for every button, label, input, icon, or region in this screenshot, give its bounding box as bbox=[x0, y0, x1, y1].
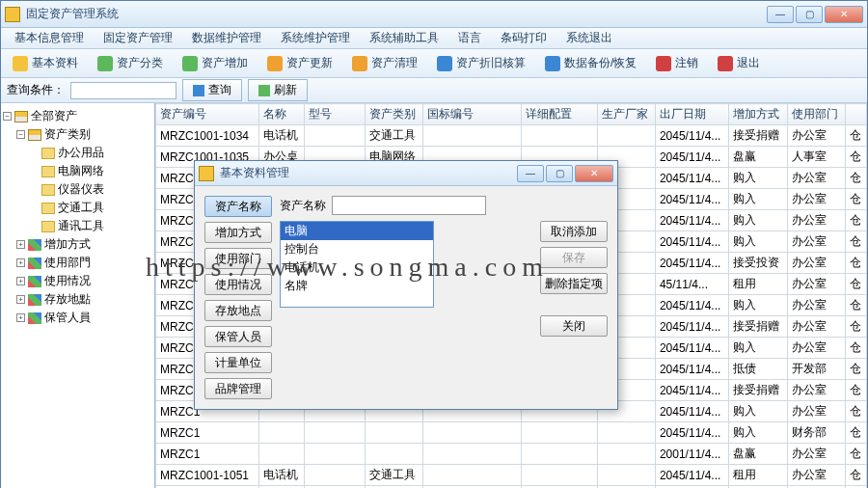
maximize-button[interactable]: ▢ bbox=[796, 6, 823, 23]
dialog-icon bbox=[199, 166, 214, 181]
delete-selected-button[interactable]: 删除指定项 bbox=[540, 273, 608, 294]
menu-item[interactable]: 系统维护管理 bbox=[271, 27, 360, 49]
toolbar-button[interactable]: 资产分类 bbox=[90, 52, 171, 74]
tree-icon bbox=[28, 239, 41, 251]
category-button[interactable]: 品牌管理 bbox=[204, 378, 272, 399]
dialog-maximize-button[interactable]: ▢ bbox=[546, 165, 573, 182]
category-button[interactable]: 保管人员 bbox=[204, 326, 272, 347]
column-header[interactable]: 资产编号 bbox=[156, 104, 259, 125]
tree-group[interactable]: +保管人員 bbox=[3, 309, 152, 327]
tree-group[interactable]: +增加方式 bbox=[3, 235, 152, 254]
column-header[interactable]: 详细配置 bbox=[522, 104, 598, 125]
tree-leaf[interactable]: 通讯工具 bbox=[3, 217, 152, 235]
options-listbox[interactable]: 电脑控制台电话机名牌 bbox=[280, 221, 434, 308]
list-option[interactable]: 名牌 bbox=[281, 277, 433, 295]
asset-name-input[interactable] bbox=[332, 196, 486, 215]
tree-icon bbox=[41, 148, 55, 159]
cancel-add-button[interactable]: 取消添加 bbox=[540, 221, 608, 242]
titlebar: 固定资产管理系统 — ▢ ✕ bbox=[1, 1, 867, 28]
category-button[interactable]: 使用情况 bbox=[204, 274, 272, 295]
table-row[interactable]: MRZC1001-1051电话机交通工具2045/11/4...租用办公室仓 bbox=[156, 465, 867, 486]
minimize-button[interactable]: — bbox=[767, 6, 794, 23]
toolbar-button[interactable]: 资产清理 bbox=[344, 52, 425, 74]
toolbar-icon bbox=[437, 56, 452, 71]
menu-item[interactable]: 条码打印 bbox=[491, 27, 556, 49]
tree-leaf[interactable]: 电脑网络 bbox=[3, 162, 152, 180]
toolbar-button[interactable]: 资产更新 bbox=[259, 52, 340, 74]
toolbar-icon bbox=[545, 56, 560, 71]
toolbar-button[interactable]: 退出 bbox=[710, 52, 768, 74]
tree-category[interactable]: −资产类别 bbox=[3, 125, 152, 144]
toolbar-button[interactable]: 数据备份/恢复 bbox=[537, 52, 644, 74]
column-header[interactable]: 名称 bbox=[258, 104, 305, 125]
field-label: 资产名称 bbox=[280, 198, 326, 214]
tree-toggle[interactable]: − bbox=[16, 130, 25, 139]
toolbar-icon bbox=[182, 56, 198, 71]
tree-icon bbox=[28, 129, 41, 141]
column-header[interactable]: 出厂日期 bbox=[655, 104, 728, 125]
tree-panel: −全部资产−资产类别办公用品电脑网络仪器仪表交通工具通讯工具+增加方式+使用部門… bbox=[1, 103, 155, 488]
menu-item[interactable]: 固定资产管理 bbox=[94, 27, 182, 49]
menubar: 基本信息管理固定资产管理数据维护管理系统维护管理系统辅助工具语言条码打印系统退出 bbox=[1, 28, 867, 49]
basic-data-dialog: 基本资料管理 — ▢ ✕ 资产名称增加方式使用部门使用情况存放地点保管人员计量单… bbox=[194, 160, 618, 410]
category-button[interactable]: 存放地点 bbox=[204, 300, 272, 321]
query-button[interactable]: 查询 bbox=[182, 79, 242, 101]
category-button[interactable]: 使用部门 bbox=[204, 248, 272, 269]
tree-icon bbox=[41, 203, 55, 214]
menu-item[interactable]: 语言 bbox=[448, 27, 491, 49]
close-dialog-button[interactable]: 关闭 bbox=[540, 315, 608, 337]
toolbar-icon bbox=[97, 56, 113, 71]
toolbar-button[interactable]: 基本资料 bbox=[5, 52, 86, 74]
column-header[interactable]: 国标编号 bbox=[423, 104, 522, 125]
main-window: 固定资产管理系统 — ▢ ✕ 基本信息管理固定资产管理数据维护管理系统维护管理系… bbox=[0, 0, 868, 488]
close-button[interactable]: ✕ bbox=[825, 6, 863, 23]
tree-toggle[interactable]: + bbox=[16, 295, 25, 304]
category-button[interactable]: 计量单位 bbox=[204, 352, 272, 373]
menu-item[interactable]: 系统辅助工具 bbox=[360, 27, 448, 49]
tree-group[interactable]: +使用部門 bbox=[3, 254, 152, 272]
column-header[interactable]: 资产类别 bbox=[366, 104, 423, 125]
save-button[interactable]: 保存 bbox=[540, 247, 608, 268]
dialog-minimize-button[interactable]: — bbox=[517, 165, 544, 182]
tree-icon bbox=[28, 312, 41, 324]
tree-leaf[interactable]: 仪器仪表 bbox=[3, 180, 152, 199]
tree-leaf[interactable]: 办公用品 bbox=[3, 144, 152, 162]
tree-toggle[interactable]: + bbox=[16, 240, 25, 249]
category-button[interactable]: 资产名称 bbox=[204, 196, 272, 217]
tree-toggle[interactable]: + bbox=[16, 258, 25, 267]
toolbar-button[interactable]: 注销 bbox=[648, 52, 706, 74]
tree-icon bbox=[41, 184, 55, 196]
list-option[interactable]: 电话机 bbox=[281, 258, 433, 277]
column-header[interactable]: 增加方式 bbox=[729, 104, 787, 125]
toolbar-icon bbox=[718, 56, 733, 71]
toolbar-button[interactable]: 资产增加 bbox=[175, 52, 256, 74]
toolbar-icon bbox=[656, 56, 671, 71]
menu-item[interactable]: 基本信息管理 bbox=[5, 27, 94, 49]
search-input[interactable] bbox=[70, 82, 176, 99]
tree-toggle[interactable]: + bbox=[16, 313, 25, 322]
tree-toggle[interactable]: − bbox=[3, 112, 12, 121]
tree-group[interactable]: +使用情况 bbox=[3, 272, 152, 290]
category-button[interactable]: 增加方式 bbox=[204, 222, 272, 243]
toolbar-button[interactable]: 资产折旧核算 bbox=[429, 52, 533, 74]
table-row[interactable]: MRZC1001-1034电话机交通工具2045/11/4...接受捐赠办公室仓 bbox=[156, 125, 867, 147]
tree-icon bbox=[14, 111, 28, 122]
column-header[interactable]: 型号 bbox=[305, 104, 366, 125]
column-header[interactable] bbox=[845, 104, 866, 125]
table-row[interactable]: MRZC12001/11/4...盘赢办公室仓 bbox=[156, 444, 867, 465]
tree-group[interactable]: +存放地點 bbox=[3, 290, 152, 309]
table-row[interactable]: MRZC12045/11/4...购入财务部仓 bbox=[156, 422, 867, 444]
dialog-close-button[interactable]: ✕ bbox=[575, 165, 613, 182]
refresh-button[interactable]: 刷新 bbox=[248, 79, 308, 101]
list-option[interactable]: 电脑 bbox=[281, 222, 433, 240]
menu-item[interactable]: 系统退出 bbox=[556, 27, 622, 49]
toolbar: 基本资料资产分类资产增加资产更新资产清理资产折旧核算数据备份/恢复注销退出 bbox=[1, 49, 867, 78]
column-header[interactable]: 使用部门 bbox=[787, 104, 845, 125]
tree-leaf[interactable]: 交通工具 bbox=[3, 199, 152, 217]
column-header[interactable]: 生产厂家 bbox=[597, 104, 655, 125]
search-label: 查询条件： bbox=[7, 82, 65, 98]
list-option[interactable]: 控制台 bbox=[281, 240, 433, 258]
tree-root[interactable]: −全部资产 bbox=[3, 107, 152, 125]
tree-toggle[interactable]: + bbox=[16, 277, 25, 285]
menu-item[interactable]: 数据维护管理 bbox=[182, 27, 271, 49]
